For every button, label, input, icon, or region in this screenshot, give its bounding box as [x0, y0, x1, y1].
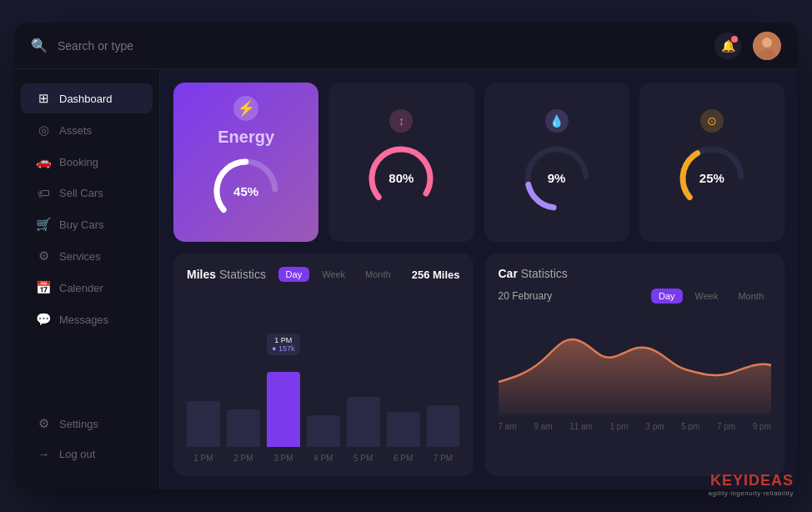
app-frame: 🔍 🔔 ⊞ Dashboard ◎: [14, 23, 798, 489]
car-chart-date: 20 February: [499, 290, 553, 302]
bars-area: 1 PM ● 157k: [187, 359, 460, 450]
car-x-label-3: 11 am: [569, 422, 593, 431]
stat-card-25: ⊙ 25%: [639, 83, 784, 242]
energy-bolt-icon: ⚡: [233, 96, 258, 121]
car-chart-sub-header: 20 February Day Week Month: [499, 289, 772, 304]
notification-dot: [731, 36, 738, 43]
car-chart-title: Car Statistics: [499, 267, 568, 280]
x-label-5: 5 PM: [347, 454, 380, 463]
bar-col-4: [307, 359, 340, 447]
svg-point-1: [762, 38, 772, 48]
x-label-1: 1 PM: [187, 454, 220, 463]
search-input[interactable]: [58, 39, 704, 53]
miles-chart-card: Miles Statistics Day Week Month 256 Mile…: [173, 253, 474, 476]
car-x-label-4: 1 pm: [610, 422, 629, 431]
bar-5: [347, 397, 380, 447]
calender-icon: 📅: [36, 280, 51, 295]
bar-1: [187, 401, 220, 447]
bar-4: [307, 415, 340, 447]
car-tab-week[interactable]: Week: [688, 289, 726, 304]
car-x-labels: 7 am 9 am 11 am 1 pm 3 pm 5 pm 7 pm 9 pm: [499, 422, 772, 431]
bar-col-2: [227, 359, 260, 447]
x-label-3: 3 PM: [267, 454, 300, 463]
bottom-row: Miles Statistics Day Week Month 256 Mile…: [173, 253, 784, 476]
sidebar-item-logout[interactable]: → Log out: [21, 439, 153, 469]
car-x-label-2: 9 am: [534, 422, 552, 431]
x-label-2: 2 PM: [227, 454, 260, 463]
car-x-label-6: 5 pm: [681, 422, 699, 431]
top-bar-right: 🔔: [714, 32, 781, 60]
bar-3-active: [267, 372, 300, 447]
brand: KEYIDEAS agility·ingenuity·reliability: [708, 472, 794, 497]
car-area-chart: 7 am 9 am 11 am 1 pm 3 pm 5 pm 7 pm 9 pm: [499, 315, 772, 463]
bar-7: [427, 405, 460, 447]
bar-2: [227, 409, 260, 447]
brand-name: KEYIDEAS: [708, 472, 794, 489]
logout-icon: →: [36, 447, 51, 461]
car-x-label-8: 9 pm: [753, 422, 771, 431]
sidebar-item-settings[interactable]: ⚙ Settings: [21, 409, 153, 439]
services-icon: ⚙: [36, 248, 51, 264]
sidebar-item-services[interactable]: ⚙ Services: [21, 241, 153, 271]
car-chart-card: Car Statistics 20 February Day Week Mont…: [485, 253, 785, 476]
miles-total: 256 Miles: [412, 269, 460, 281]
stats-row: ⚡ Energy 45% ↕: [173, 83, 784, 242]
car-x-label-5: 3 pm: [645, 422, 664, 431]
stat2-gauge: 80%: [363, 141, 439, 216]
settings-icon: ⚙: [36, 416, 51, 431]
car-x-label-7: 7 pm: [717, 422, 735, 431]
sidebar-item-dashboard[interactable]: ⊞ Dashboard: [21, 83, 153, 113]
car-x-label-1: 7 am: [499, 422, 517, 431]
bar-col-3: 1 PM ● 157k: [267, 359, 300, 447]
stat4-gauge: 25%: [674, 141, 749, 216]
assets-icon: ◎: [36, 123, 51, 138]
main-layout: ⊞ Dashboard ◎ Assets 🚗 Booking 🏷 Sell Ca…: [14, 69, 798, 489]
stat3-value: 9%: [548, 171, 566, 185]
sell-cars-icon: 🏷: [36, 186, 51, 200]
stat2-value: 80%: [388, 171, 414, 185]
bar-col-7: [427, 359, 460, 447]
search-icon: 🔍: [31, 38, 48, 53]
user-avatar[interactable]: [753, 32, 781, 60]
sidebar-item-sell-cars[interactable]: 🏷 Sell Cars: [21, 178, 153, 208]
sidebar-item-messages[interactable]: 💬 Messages: [21, 304, 153, 334]
bar-6: [387, 412, 420, 447]
car-tab-group: Day Week Month: [651, 289, 771, 304]
miles-chart-title: Miles Statistics: [187, 268, 266, 281]
car-tab-day[interactable]: Day: [651, 289, 683, 304]
x-label-7: 7 PM: [427, 454, 460, 463]
stat-card-80: ↕ 80%: [328, 83, 474, 242]
miles-tab-day[interactable]: Day: [278, 267, 310, 282]
bar-col-5: [347, 359, 380, 447]
notification-button[interactable]: 🔔: [714, 33, 741, 59]
x-label-6: 6 PM: [387, 454, 420, 463]
sidebar-item-calender[interactable]: 📅 Calender: [21, 273, 153, 303]
x-label-4: 4 PM: [307, 454, 340, 463]
sidebar: ⊞ Dashboard ◎ Assets 🚗 Booking 🏷 Sell Ca…: [14, 69, 160, 489]
miles-tab-group: Day Week Month: [278, 267, 398, 282]
stat-card-9: 💧 9%: [484, 83, 629, 242]
sidebar-item-buy-cars[interactable]: 🛒 Buy Cars: [21, 209, 153, 239]
content-area: ⚡ Energy 45% ↕: [160, 69, 798, 489]
sidebar-item-assets[interactable]: ◎ Assets: [21, 115, 153, 145]
bar-tooltip: 1 PM ● 157k: [267, 334, 299, 355]
sidebar-item-booking[interactable]: 🚗 Booking: [21, 147, 153, 177]
car-chart-header: Car Statistics: [499, 267, 772, 280]
booking-icon: 🚗: [36, 154, 51, 169]
energy-card: ⚡ Energy 45%: [173, 83, 318, 242]
messages-icon: 💬: [36, 312, 51, 327]
brand-tagline: agility·ingenuity·reliability: [708, 489, 794, 497]
car-tab-month[interactable]: Month: [730, 289, 771, 304]
bar-col-1: [187, 359, 220, 447]
energy-value: 45%: [233, 184, 258, 198]
bar-col-6: [387, 359, 420, 447]
energy-gauge: 45%: [208, 153, 283, 228]
stat4-value: 25%: [699, 171, 724, 185]
miles-bar-chart: 1 PM ● 157k: [187, 290, 460, 463]
miles-tab-week[interactable]: Week: [314, 267, 353, 282]
stat3-gauge: 9%: [519, 141, 594, 216]
miles-chart-header: Miles Statistics Day Week Month 256 Mile…: [187, 267, 460, 282]
dashboard-icon: ⊞: [36, 91, 51, 106]
miles-tab-month[interactable]: Month: [358, 267, 398, 282]
miles-x-labels: 1 PM 2 PM 3 PM 4 PM 5 PM 6 PM 7 PM: [187, 454, 460, 463]
